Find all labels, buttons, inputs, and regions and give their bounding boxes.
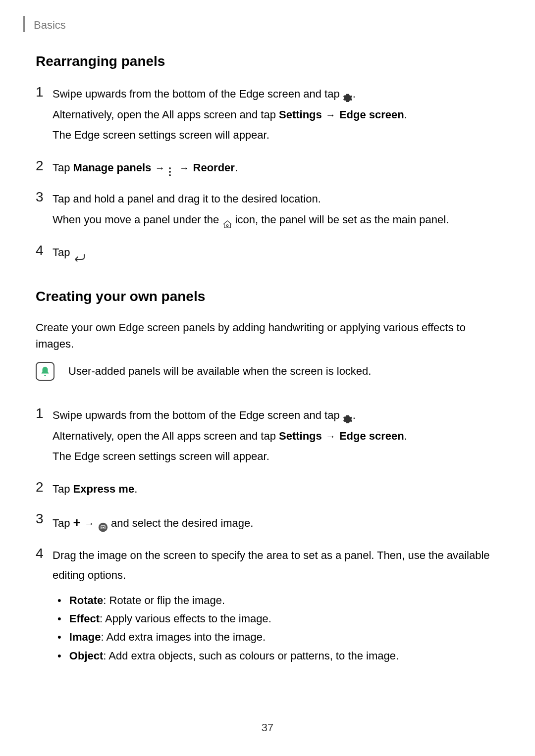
bullet-dot: •: [57, 628, 64, 646]
bullet-item: • Image: Add extra images into the image…: [57, 628, 499, 646]
rearranging-step-2: 2 Tap Manage panels → → Reorder.: [36, 158, 499, 178]
svg-point-2: [169, 174, 171, 176]
manage-panels-label: Manage panels: [73, 161, 152, 174]
gear-icon: [343, 90, 353, 100]
step-text: Swipe upwards from the bottom of the Edg…: [53, 84, 499, 146]
bullet-item: • Effect: Apply various effects to the i…: [57, 609, 499, 628]
edge-screen-label: Edge screen: [339, 108, 404, 121]
creating-intro: Create your own Edge screen panels by ad…: [36, 319, 499, 352]
creating-title: Creating your own panels: [36, 289, 499, 304]
text: The Edge screen settings screen will app…: [53, 447, 499, 466]
text: Alternatively, open the All apps screen …: [53, 108, 279, 121]
bullet-item: • Rotate: Rotate or flip the image.: [57, 591, 499, 609]
creating-step-1: 1 Swipe upwards from the bottom of the E…: [36, 405, 499, 467]
svg-point-1: [169, 171, 171, 173]
step-number: 2: [36, 479, 50, 495]
bullet-list: • Rotate: Rotate or flip the image. • Ef…: [53, 591, 499, 665]
note-icon-box: [36, 362, 54, 381]
step-text: Drag the image on the screen to specify …: [53, 546, 499, 665]
svg-point-0: [169, 167, 171, 169]
step-text: Tap and hold a panel and drag it to the …: [53, 189, 499, 230]
step-text: Tap Express me.: [53, 479, 499, 499]
step-text: Tap + → and select the desired image.: [53, 511, 499, 534]
text: Tap: [53, 517, 73, 529]
arrow-icon: →: [323, 109, 338, 120]
text: icon, the panel will be set as the main …: [232, 213, 449, 226]
bullet-dot: •: [57, 609, 64, 628]
page-number: 37: [0, 721, 535, 734]
text: .: [404, 108, 407, 121]
step-number: 3: [36, 511, 50, 527]
picture-icon: [98, 519, 108, 529]
bullet-text: : Add extra images into the image.: [101, 631, 266, 643]
step-number: 1: [36, 84, 50, 100]
arrow-icon: →: [82, 518, 97, 529]
step-number: 4: [36, 546, 50, 561]
house-icon: [222, 215, 232, 225]
bullet-text: : Apply various effects to the image.: [100, 612, 271, 625]
plus-icon: +: [73, 515, 81, 530]
bullet-label: Image: [69, 631, 101, 643]
text: Tap: [53, 246, 73, 258]
text: Drag the image on the screen to specify …: [53, 546, 499, 585]
text: .: [404, 430, 407, 442]
text: Alternatively, open the All apps screen …: [53, 430, 279, 442]
bullet-dot: •: [57, 647, 64, 665]
bullet-dot: •: [57, 591, 64, 609]
header-category: Basics: [34, 19, 66, 32]
step-number: 1: [36, 405, 50, 421]
text: .: [134, 483, 137, 495]
text: When you move a panel under the: [53, 213, 222, 226]
text: The Edge screen settings screen will app…: [53, 125, 499, 145]
text: Tap and hold a panel and drag it to the …: [53, 189, 499, 209]
bullet-label: Effect: [69, 612, 100, 625]
text: Tap: [53, 161, 73, 174]
text: Swipe upwards from the bottom of the Edg…: [53, 409, 343, 421]
text: .: [353, 88, 356, 100]
rearranging-step-4: 4 Tap .: [36, 243, 499, 262]
bullet-label: Object: [69, 650, 103, 662]
bullet-item: • Object: Add extra objects, such as col…: [57, 647, 499, 665]
step-number: 2: [36, 158, 50, 174]
note-text: User-added panels will be available when…: [68, 365, 371, 378]
text: Tap: [53, 483, 73, 495]
rearranging-step-3: 3 Tap and hold a panel and drag it to th…: [36, 189, 499, 230]
creating-step-4: 4 Drag the image on the screen to specif…: [36, 546, 499, 665]
bullet-text: : Rotate or flip the image.: [103, 594, 225, 606]
note-row: User-added panels will be available when…: [36, 362, 499, 381]
step-text: Tap .: [53, 243, 499, 262]
svg-point-3: [227, 225, 229, 227]
more-icon: [168, 163, 175, 173]
gear-icon: [343, 411, 353, 421]
text: Swipe upwards from the bottom of the Edg…: [53, 88, 343, 100]
text: .: [353, 409, 356, 421]
rearranging-title: Rearranging panels: [36, 53, 499, 69]
bell-icon: [40, 366, 51, 377]
edge-screen-label: Edge screen: [339, 430, 404, 442]
express-me-label: Express me: [73, 483, 135, 495]
page-header: Basics: [23, 19, 66, 32]
settings-label: Settings: [279, 430, 322, 442]
content-area: Rearranging panels 1 Swipe upwards from …: [36, 53, 499, 677]
arrow-icon: →: [176, 162, 192, 173]
step-number: 4: [36, 243, 50, 258]
reorder-label: Reorder: [193, 161, 235, 174]
rearranging-step-1: 1 Swipe upwards from the bottom of the E…: [36, 84, 499, 146]
text: .: [235, 161, 238, 174]
back-icon: [73, 248, 83, 258]
bullet-label: Rotate: [69, 594, 103, 606]
step-text: Tap Manage panels → → Reorder.: [53, 158, 499, 178]
bullet-text: : Add extra objects, such as colours or …: [103, 650, 399, 662]
text: and select the desired image.: [108, 517, 254, 529]
header-divider: [23, 16, 25, 32]
settings-label: Settings: [279, 108, 322, 121]
arrow-icon: →: [323, 431, 338, 442]
step-number: 3: [36, 189, 50, 205]
creating-step-3: 3 Tap + → and select the desired image.: [36, 511, 499, 534]
creating-step-2: 2 Tap Express me.: [36, 479, 499, 499]
step-text: Swipe upwards from the bottom of the Edg…: [53, 405, 499, 467]
arrow-icon: →: [152, 162, 167, 173]
